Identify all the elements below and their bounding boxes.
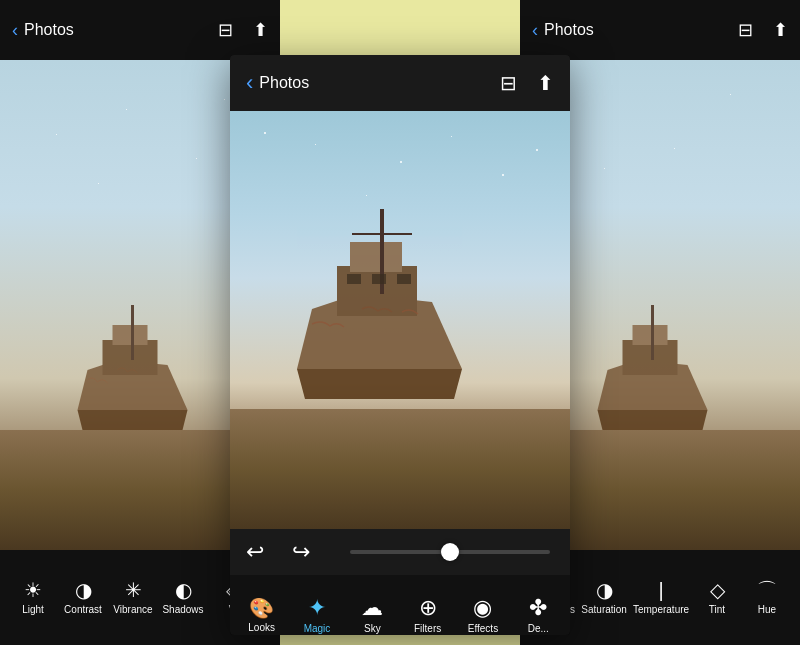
tint-icon: ◇ xyxy=(710,580,725,600)
tool-sky[interactable]: ☁ Sky xyxy=(350,593,394,636)
main-photos-label: Photos xyxy=(259,74,309,92)
left-boat xyxy=(58,290,208,470)
svg-rect-10 xyxy=(347,274,361,284)
left-share-icon[interactable]: ⬆ xyxy=(253,19,268,41)
main-boat xyxy=(272,194,492,454)
saturation-icon: ◑ xyxy=(596,580,613,600)
svg-rect-6 xyxy=(337,266,417,316)
right-panel-header: ‹ Photos ⊟ ⬆ xyxy=(520,0,800,60)
shadows-icon: ◐ xyxy=(175,580,192,600)
svg-rect-1 xyxy=(113,325,148,345)
svg-rect-11 xyxy=(372,274,386,284)
adjustment-slider-container xyxy=(330,550,570,554)
tool-filters-label: Filters xyxy=(414,623,441,634)
tool-effects-label: Effects xyxy=(468,623,498,634)
main-panel: ‹ Photos ⊟ ⬆ xyxy=(230,55,570,635)
right-tool-saturation-label: Saturation xyxy=(581,604,627,615)
tool-magic[interactable]: ✦ Magic xyxy=(295,593,339,636)
left-tool-vibrance-label: Vibrance xyxy=(113,604,152,615)
svg-rect-3 xyxy=(623,340,678,375)
right-tool-temperature-label: Temperature xyxy=(633,604,689,615)
right-library-icon[interactable]: ⊟ xyxy=(738,19,753,41)
tool-details[interactable]: ✤ De... xyxy=(516,593,560,636)
tool-magic-label: Magic xyxy=(304,623,331,634)
right-tool-saturation[interactable]: ◑ Saturation xyxy=(578,574,630,621)
left-tool-light-label: Light xyxy=(22,604,44,615)
main-toolbar: 🎨 Looks ✦ Magic ☁ Sky ⊕ Filters ◉ Effect… xyxy=(230,575,570,635)
main-back-nav[interactable]: ‹ Photos xyxy=(246,70,309,96)
tool-looks-label: Looks xyxy=(248,622,275,633)
left-tool-contrast[interactable]: ◑ Contrast xyxy=(58,574,108,621)
right-tool-tint-label: Tint xyxy=(709,604,725,615)
left-header-icons: ⊟ ⬆ xyxy=(218,19,268,41)
tool-filters[interactable]: ⊕ Filters xyxy=(406,593,450,636)
right-boat xyxy=(578,290,728,470)
svg-rect-7 xyxy=(350,242,402,272)
left-photos-label: Photos xyxy=(24,21,74,39)
adjustment-slider-track[interactable] xyxy=(350,550,550,554)
tool-sky-label: Sky xyxy=(364,623,381,634)
right-tool-tint[interactable]: ◇ Tint xyxy=(692,574,742,621)
magic-icon: ✦ xyxy=(308,597,326,619)
main-library-icon[interactable]: ⊟ xyxy=(500,71,517,95)
right-share-icon[interactable]: ⬆ xyxy=(773,19,788,41)
right-tool-temperature[interactable]: | Temperature xyxy=(630,574,692,621)
left-panel-header: ‹ Photos ⊟ ⬆ xyxy=(0,0,280,60)
sky-icon: ☁ xyxy=(361,597,383,619)
tool-details-label: De... xyxy=(528,623,549,634)
main-share-icon[interactable]: ⬆ xyxy=(537,71,554,95)
edit-controls: ↩ ↪ xyxy=(230,529,570,575)
svg-rect-4 xyxy=(633,325,668,345)
main-chevron-icon: ‹ xyxy=(246,70,253,96)
looks-icon: 🎨 xyxy=(249,598,274,618)
main-header-icons: ⊟ ⬆ xyxy=(500,71,554,95)
left-tool-light[interactable]: ☀ Light xyxy=(8,574,58,621)
contrast-icon: ◑ xyxy=(75,580,92,600)
left-tool-contrast-label: Contrast xyxy=(64,604,102,615)
right-back-nav[interactable]: ‹ Photos xyxy=(532,20,594,41)
right-photos-label: Photos xyxy=(544,21,594,39)
left-tool-vibrance[interactable]: ✳ Vibrance xyxy=(108,574,158,621)
vibrance-icon: ✳ xyxy=(125,580,142,600)
left-tool-shadows-label: Shadows xyxy=(162,604,203,615)
filters-icon: ⊕ xyxy=(419,597,437,619)
redo-button[interactable]: ↪ xyxy=(292,539,310,565)
temperature-icon: | xyxy=(658,580,663,600)
right-tool-hue-label: Hue xyxy=(758,604,776,615)
right-header-icons: ⊟ ⬆ xyxy=(738,19,788,41)
undo-button[interactable]: ↩ xyxy=(246,539,264,565)
left-chevron-icon: ‹ xyxy=(12,20,18,41)
details-icon: ✤ xyxy=(529,597,547,619)
tool-effects[interactable]: ◉ Effects xyxy=(461,593,505,636)
effects-icon: ◉ xyxy=(473,597,492,619)
left-library-icon[interactable]: ⊟ xyxy=(218,19,233,41)
tool-looks[interactable]: 🎨 Looks xyxy=(240,594,284,636)
right-tool-hue[interactable]: ⌒ Hue xyxy=(742,574,792,621)
right-chevron-icon: ‹ xyxy=(532,20,538,41)
light-icon: ☀ xyxy=(24,580,42,600)
left-back-nav[interactable]: ‹ Photos xyxy=(12,20,74,41)
main-header: ‹ Photos ⊟ ⬆ xyxy=(230,55,570,111)
main-photo xyxy=(230,111,570,529)
adjustment-slider-thumb[interactable] xyxy=(441,543,459,561)
svg-rect-12 xyxy=(397,274,411,284)
left-tool-shadows[interactable]: ◐ Shadows xyxy=(158,574,208,621)
hue-icon: ⌒ xyxy=(757,580,777,600)
